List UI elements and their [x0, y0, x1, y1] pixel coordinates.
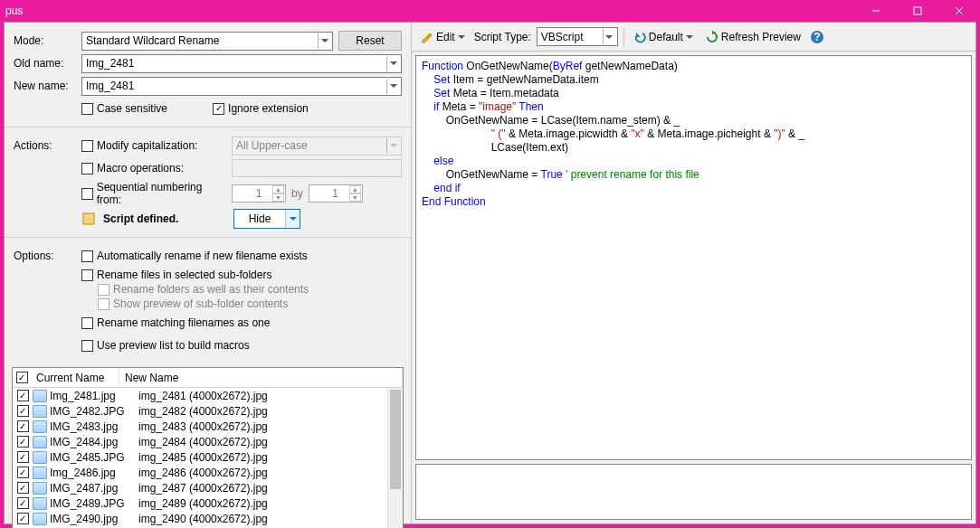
file-icon: [33, 436, 47, 448]
script-editor[interactable]: Function OnGetNewName(ByRef getNewNameDa…: [415, 55, 972, 460]
current-name: IMG_2489.JPG: [50, 497, 138, 510]
refresh-preview-button[interactable]: Refresh Preview: [702, 29, 804, 45]
script-type-label: Script Type:: [474, 31, 531, 43]
file-icon: [33, 482, 47, 495]
new-name: img_2482 (4000x2672).jpg: [138, 405, 268, 418]
list-header: ✓ Current Name New Name: [13, 368, 403, 388]
file-icon: [33, 390, 47, 402]
edit-button[interactable]: Edit: [417, 29, 469, 45]
hide-button[interactable]: Hide: [233, 209, 300, 229]
newname-value: Img_2481: [86, 80, 134, 92]
current-name: Img_2486.jpg: [50, 467, 138, 479]
undo-arrow-icon: [633, 31, 646, 43]
pencil-icon: [421, 31, 433, 43]
col-new[interactable]: New Name: [119, 369, 403, 387]
chevron-down-icon: [386, 56, 399, 71]
case-sensitive-checkbox[interactable]: Case sensitive: [81, 102, 167, 115]
row-checkbox[interactable]: ✓: [17, 497, 29, 509]
close-button[interactable]: [938, 0, 980, 22]
new-name: img_2484 (4000x2672).jpg: [138, 436, 268, 448]
rename-matching-checkbox[interactable]: Rename matching filenames as one: [81, 316, 270, 329]
file-icon: [33, 467, 47, 479]
new-name: img_2481 (4000x2672).jpg: [138, 390, 268, 402]
chevron-down-icon: [686, 35, 693, 39]
ignore-extension-checkbox[interactable]: ✓Ignore extension: [213, 102, 309, 115]
chevron-down-icon: [458, 35, 465, 39]
table-row[interactable]: ✓IMG_2489.JPGimg_2489 (4000x2672).jpg: [13, 495, 403, 511]
table-row[interactable]: ✓Img_2481.jpgimg_2481 (4000x2672).jpg: [13, 388, 403, 403]
scrollbar[interactable]: [387, 388, 403, 528]
row-checkbox[interactable]: ✓: [17, 420, 29, 432]
mode-dropdown[interactable]: Standard Wildcard Rename: [81, 32, 333, 51]
newname-label: New name:: [14, 80, 81, 92]
new-name: img_2489 (4000x2672).jpg: [138, 497, 268, 510]
chevron-down-icon: [386, 79, 399, 94]
chevron-down-icon: [603, 29, 615, 44]
table-row[interactable]: ✓IMG_2482.JPGimg_2482 (4000x2672).jpg: [13, 403, 403, 419]
oldname-field[interactable]: Img_2481: [81, 54, 402, 73]
table-row[interactable]: ✓IMG_2484.jpgimg_2484 (4000x2672).jpg: [13, 434, 403, 449]
maximize-button[interactable]: [897, 0, 938, 22]
chevron-down-icon[interactable]: [285, 210, 300, 228]
row-checkbox[interactable]: ✓: [17, 436, 29, 448]
macro-field: [232, 159, 402, 177]
row-checkbox[interactable]: ✓: [17, 390, 29, 401]
refresh-icon: [706, 31, 718, 43]
script-type-dropdown[interactable]: VBScript: [537, 27, 618, 46]
new-name: img_2487 (4000x2672).jpg: [138, 482, 268, 495]
seq-step-spinner[interactable]: 1▲▼: [309, 184, 363, 203]
row-checkbox[interactable]: ✓: [17, 451, 29, 463]
file-icon: [33, 405, 47, 418]
new-name: img_2486 (4000x2672).jpg: [138, 467, 268, 479]
output-pane[interactable]: [415, 464, 972, 520]
current-name: IMG_2482.JPG: [50, 405, 138, 418]
table-row[interactable]: ✓IMG_2487.jpgimg_2487 (4000x2672).jpg: [13, 480, 403, 495]
table-row[interactable]: ✓IMG_2485.JPGimg_2485 (4000x2672).jpg: [13, 449, 403, 465]
row-checkbox[interactable]: ✓: [17, 467, 29, 478]
row-checkbox[interactable]: ✓: [17, 405, 29, 417]
svg-rect-4: [83, 213, 94, 224]
seq-by-label: by: [291, 187, 303, 200]
table-row[interactable]: ✓Img_2486.jpgimg_2486 (4000x2672).jpg: [13, 465, 403, 480]
modify-capitalization-checkbox[interactable]: Modify capitalization:: [81, 139, 226, 152]
row-checkbox[interactable]: ✓: [17, 482, 29, 494]
rename-sub-checkbox[interactable]: Rename files in selected sub-folders: [81, 269, 271, 281]
new-name: img_2483 (4000x2672).jpg: [138, 420, 268, 433]
scroll-thumb[interactable]: [390, 390, 401, 489]
newname-field[interactable]: Img_2481: [81, 77, 402, 96]
new-name: img_2490 (4000x2672).jpg: [138, 513, 268, 525]
sequential-numbering-checkbox[interactable]: Sequential numbering from:: [81, 181, 226, 206]
capitalization-dropdown: All Upper-case: [232, 137, 402, 156]
script-defined-label: Script defined.: [103, 212, 228, 225]
macro-operations-checkbox[interactable]: Macro operations:: [81, 162, 226, 174]
reset-button[interactable]: Reset: [338, 31, 402, 51]
oldname-label: Old name:: [14, 57, 81, 70]
table-row[interactable]: ✓IMG_2483.jpgimg_2483 (4000x2672).jpg: [13, 419, 403, 434]
options-label: Options:: [14, 250, 81, 262]
row-checkbox[interactable]: ✓: [17, 513, 29, 524]
window-title: pus: [0, 5, 855, 17]
chevron-down-icon: [386, 138, 399, 154]
default-button[interactable]: Default: [630, 29, 697, 45]
file-icon: [33, 497, 47, 510]
file-icon: [33, 451, 47, 464]
oldname-value: Img_2481: [86, 57, 134, 70]
title-bar: pus: [0, 0, 980, 22]
auto-rename-checkbox[interactable]: Automatically rename if new filename exi…: [81, 250, 308, 262]
help-icon[interactable]: ?: [810, 30, 824, 44]
rename-folders-checkbox: Rename folders as well as their contents: [98, 283, 309, 296]
seq-start-spinner[interactable]: 1▲▼: [232, 184, 286, 203]
current-name: IMG_2487.jpg: [50, 482, 138, 495]
use-preview-checkbox[interactable]: Use preview list to build macros: [81, 339, 250, 352]
mode-value: Standard Wildcard Rename: [86, 34, 219, 47]
current-name: IMG_2485.JPG: [50, 451, 138, 464]
table-row[interactable]: ✓IMG_2490.jpgimg_2490 (4000x2672).jpg: [13, 511, 403, 526]
svg-rect-1: [914, 7, 921, 14]
mode-label: Mode:: [14, 34, 81, 47]
actions-label: Actions:: [14, 139, 81, 152]
minimize-button[interactable]: [855, 0, 897, 22]
select-all-checkbox[interactable]: ✓: [16, 372, 28, 383]
col-current[interactable]: Current Name: [31, 369, 119, 387]
preview-list[interactable]: ✓ Current Name New Name ✓Img_2481.jpgimg…: [12, 367, 404, 528]
script-toolbar: Edit Script Type: VBScript Default Refre…: [412, 23, 975, 52]
